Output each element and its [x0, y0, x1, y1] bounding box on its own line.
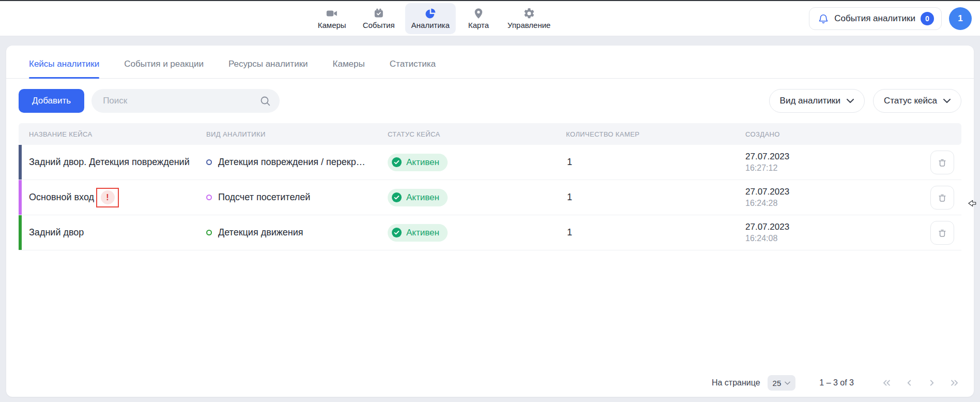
events-count-badge: 0: [921, 12, 934, 25]
filter-label: Вид аналитики: [780, 96, 840, 106]
bell-icon: [818, 13, 829, 24]
pagination-controls: [881, 377, 960, 389]
nav-item-map[interactable]: Карта: [460, 3, 497, 34]
status-badge: Активен: [388, 224, 448, 242]
nav-label: Карта: [468, 21, 489, 29]
chevron-down-icon: [847, 99, 854, 103]
tab[interactable]: Кейсы аналитики: [29, 59, 99, 78]
table-row[interactable]: Основной вход ! Подсчет посетителей: [19, 180, 961, 215]
column-header: Название кейса: [19, 130, 206, 138]
events-button-label: События аналитики: [834, 13, 915, 24]
trash-icon: [937, 157, 948, 168]
created-cell: 27.07.2023 16:27:12: [745, 152, 890, 173]
created-time: 16:24:28: [745, 199, 890, 208]
column-header: Количество камер: [566, 130, 745, 138]
tab[interactable]: Камеры: [333, 59, 365, 78]
case-status-cell: Активен: [388, 224, 566, 242]
analytics-type-dot-icon: [206, 230, 212, 235]
created-time: 16:24:08: [745, 234, 890, 243]
camera-count-cell: 1: [566, 157, 745, 168]
filter-label: Статус кейса: [884, 96, 937, 106]
created-date: 27.07.2023: [745, 187, 890, 197]
table-row[interactable]: Задний двор. Детекция повреждений Детекц…: [19, 145, 961, 180]
top-navbar: Камеры События Аналитика Карта: [0, 1, 980, 36]
tab[interactable]: Статистика: [390, 59, 436, 78]
case-name-cell: Задний двор: [19, 227, 206, 238]
check-circle-icon: [391, 157, 402, 168]
row-actions-cell: [890, 186, 961, 210]
cases-table-body: Задний двор. Детекция повреждений Детекц…: [19, 145, 961, 250]
per-page-select[interactable]: 25: [768, 375, 796, 391]
nav-label: События: [363, 21, 395, 29]
analytics-type-dot-icon: [206, 159, 212, 165]
last-page-button[interactable]: [949, 377, 960, 389]
status-label: Активен: [406, 157, 439, 168]
chevron-down-icon: [785, 381, 790, 385]
delete-case-button[interactable]: [930, 186, 954, 210]
status-label: Активен: [406, 228, 439, 238]
analytics-type-label: Детекция движения: [218, 227, 303, 238]
cases-toolbar: Добавить Вид аналитики Статус кейса: [6, 89, 974, 113]
status-badge: Активен: [388, 154, 448, 171]
app-window: Камеры События Аналитика Карта: [0, 0, 980, 402]
created-cell: 27.07.2023 16:24:08: [745, 222, 890, 243]
video-camera-icon: [326, 7, 338, 20]
user-avatar[interactable]: 1: [949, 7, 972, 30]
delete-case-button[interactable]: [930, 221, 954, 245]
tab[interactable]: Ресурсы аналитики: [228, 59, 308, 78]
warning-exclamation-icon[interactable]: !: [101, 190, 115, 204]
chevron-down-icon: [943, 99, 951, 103]
per-page-label: На странице: [712, 378, 760, 388]
search-input[interactable]: [91, 89, 280, 113]
case-name: Задний двор: [29, 227, 84, 238]
nav-label: Управление: [508, 21, 550, 29]
pagination-range-label: 1 – 3 of 3: [819, 378, 854, 388]
table-row[interactable]: Задний двор Детекция движения: [19, 215, 961, 250]
check-circle-icon: [391, 227, 402, 238]
analytics-type-cell: Детекция повреждения / перекр…: [206, 157, 388, 168]
nav-item-management[interactable]: Управление: [501, 3, 557, 34]
trash-icon: [937, 192, 948, 203]
tab[interactable]: События и реакции: [124, 59, 204, 78]
nav-item-events[interactable]: События: [357, 3, 401, 34]
previous-page-button[interactable]: [904, 377, 915, 389]
column-header: Статус кейса: [388, 130, 566, 138]
case-name: Основной вход: [29, 192, 94, 203]
cases-table-header: Название кейса Вид аналитики Статус кейс…: [19, 123, 961, 145]
analytics-type-dot-icon: [206, 195, 212, 200]
column-header: Вид аналитики: [206, 130, 388, 138]
search-box: [91, 89, 280, 113]
case-name-cell: Задний двор. Детекция повреждений: [19, 157, 206, 168]
camera-count-cell: 1: [566, 227, 745, 238]
row-actions-cell: [890, 221, 961, 245]
first-page-button[interactable]: [881, 377, 892, 389]
row-color-bar: [19, 180, 22, 215]
analytics-type-label: Подсчет посетителей: [218, 192, 310, 203]
per-page-value: 25: [773, 379, 782, 388]
filter-dropdown[interactable]: Статус кейса: [873, 89, 961, 113]
add-case-button[interactable]: Добавить: [19, 89, 84, 113]
filter-dropdown[interactable]: Вид аналитики: [769, 89, 865, 113]
main-navigation: Камеры События Аналитика Карта: [312, 1, 557, 36]
status-label: Активен: [406, 192, 439, 203]
case-name-cell: Основной вход !: [19, 188, 206, 207]
camera-count-cell: 1: [566, 192, 745, 203]
analytics-type-cell: Детекция движения: [206, 227, 388, 238]
created-date: 27.07.2023: [745, 222, 890, 232]
nav-item-analytics[interactable]: Аналитика: [405, 3, 456, 34]
case-status-cell: Активен: [388, 189, 566, 206]
case-name: Задний двор. Детекция повреждений: [29, 157, 190, 168]
row-actions-cell: [890, 151, 961, 174]
next-page-button[interactable]: [926, 377, 938, 389]
trash-icon: [937, 227, 948, 239]
status-badge: Активен: [388, 189, 448, 206]
calendar-check-icon: [373, 7, 385, 20]
search-icon[interactable]: [259, 95, 271, 107]
delete-case-button[interactable]: [930, 151, 954, 174]
pie-chart-icon: [424, 7, 437, 20]
map-pin-icon: [472, 7, 485, 20]
nav-item-cameras[interactable]: Камеры: [312, 3, 353, 34]
annotation-highlight-box: !: [96, 188, 119, 207]
analytics-type-cell: Подсчет посетителей: [206, 192, 388, 203]
analytics-events-button[interactable]: События аналитики 0: [809, 7, 942, 30]
